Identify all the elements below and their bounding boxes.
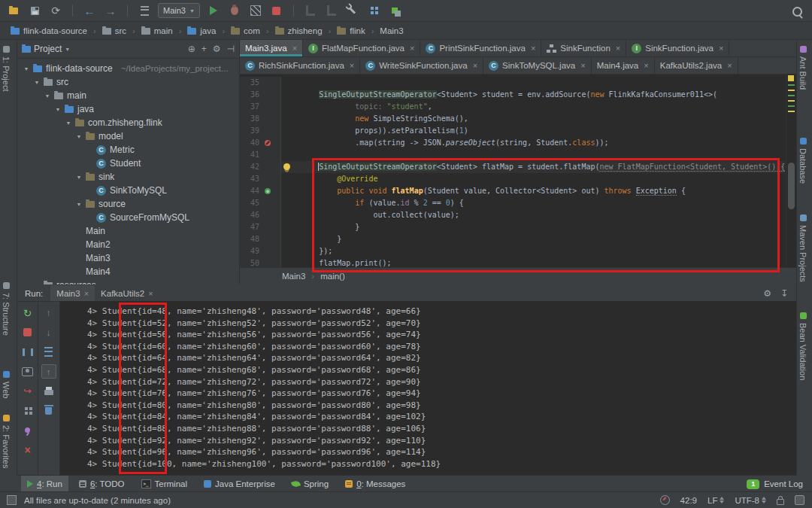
collapse-all-button[interactable]: + <box>201 44 207 54</box>
tree-item-Main[interactable]: CMain <box>17 224 239 238</box>
settings-wrench-button[interactable] <box>345 3 360 18</box>
run-settings-button[interactable]: ⚙ <box>763 288 771 299</box>
breadcrumb-item-zhisheng[interactable]: zhisheng <box>272 26 326 35</box>
caret-position[interactable]: 42:9 <box>680 496 697 505</box>
tree-item-Main3[interactable]: CMain3 <box>17 251 239 265</box>
tree-item-Main2[interactable]: CMain2 <box>17 238 239 251</box>
run-config-combo[interactable]: C Main3 ▼ <box>158 3 200 18</box>
tab-close-icon[interactable]: × <box>719 44 723 53</box>
expand-arrow-icon[interactable]: ▼ <box>76 175 82 180</box>
editor-tab-WriteSinkFunction.java[interactable]: CWriteSinkFunction.java× <box>360 57 483 74</box>
code-viewport[interactable]: 3536 SingleOutputStreamOperator<Student>… <box>240 74 797 268</box>
chevron-down-icon[interactable]: ▼ <box>65 47 70 52</box>
breadcrumb-item-main[interactable]: main <box>138 26 176 35</box>
locate-file-button[interactable]: ⊕ <box>188 44 195 54</box>
code-line-38[interactable]: 38 new SimpleStringSchema(), <box>240 113 797 125</box>
expand-arrow-icon[interactable]: ▼ <box>55 107 61 112</box>
tree-item-source[interactable]: ▼source <box>17 197 239 211</box>
unlock-icon[interactable] <box>777 499 784 505</box>
scroll-to-end-button[interactable]: ↑ <box>41 364 56 379</box>
code-line-37[interactable]: 37 topic: "student", <box>240 101 797 113</box>
tree-item-Metric[interactable]: CMetric <box>17 143 239 157</box>
tree-item-main[interactable]: ▼main <box>17 89 239 102</box>
editor-tab-KafkaUtils2.java[interactable]: CKafkaUtils2.java× <box>655 57 738 74</box>
breadcrumb-item-flink-data-source[interactable]: flink-data-source <box>8 26 90 35</box>
code-line-44[interactable]: 44o public void flatMap(Student value, C… <box>240 185 797 197</box>
breadcrumb-item-com[interactable]: com <box>228 26 263 35</box>
close-run-button[interactable]: × <box>20 443 35 457</box>
console-history-button[interactable] <box>41 345 56 359</box>
line-ending-select[interactable]: LF <box>707 496 724 505</box>
toolwindow-button-todo[interactable]: 6: TODO <box>73 476 131 492</box>
tab-close-icon[interactable]: × <box>727 61 732 70</box>
clear-console-button[interactable] <box>41 403 56 418</box>
toolwindow-button-run[interactable]: 4: Run <box>21 476 68 492</box>
run-tab-Main3[interactable]: CMain3× <box>50 285 95 301</box>
expand-arrow-icon[interactable]: ▼ <box>76 202 82 207</box>
tree-item-resources[interactable]: ▼resources <box>17 278 239 284</box>
tab-close-icon[interactable]: × <box>350 61 354 70</box>
intention-bulb-icon[interactable] <box>283 163 290 170</box>
editor-tab-SinkFunction.java[interactable]: ISinkFunction.java× <box>626 40 729 56</box>
next-trace-button[interactable]: ↓ <box>41 325 56 339</box>
project-structure-button[interactable] <box>366 3 381 18</box>
dump-threads-button[interactable] <box>20 364 35 379</box>
tab-close-icon[interactable]: × <box>84 289 89 298</box>
expand-arrow-icon[interactable]: ▼ <box>44 93 50 99</box>
tab-close-icon[interactable]: × <box>410 44 414 53</box>
hide-panel-button[interactable]: ⊣ <box>227 44 235 54</box>
tree-item-src[interactable]: ▼src <box>17 75 239 89</box>
pause-output-button[interactable] <box>20 345 35 359</box>
encoding-select[interactable]: UTF-8 <box>735 496 766 505</box>
editor-tab-SinkToMySQL.java[interactable]: CSinkToMySQL.java× <box>483 57 592 74</box>
restore-layout-button[interactable] <box>20 403 35 418</box>
plugins-button[interactable] <box>387 3 402 18</box>
tool-stripe-button-7-structure[interactable]: 7: Structure <box>2 282 11 336</box>
expand-arrow-icon[interactable]: ▼ <box>34 283 40 285</box>
rerun-button[interactable]: ↻ <box>20 306 35 320</box>
breadcrumb-item-flink[interactable]: flink <box>334 26 368 35</box>
breadcrumb-item-java[interactable]: java <box>184 26 219 35</box>
toolwindow-button-spring[interactable]: Spring <box>286 476 335 492</box>
editor-tab-Main4.java[interactable]: CMain4.java× <box>592 57 655 74</box>
tree-item-Main4[interactable]: CMain4 <box>17 265 239 278</box>
dock-panel-button[interactable]: ↧ <box>780 288 788 299</box>
prev-trace-button[interactable]: ↑ <box>41 306 56 320</box>
tree-item-SinkToMySQL[interactable]: CSinkToMySQL <box>17 184 239 197</box>
search-everywhere-button[interactable] <box>789 4 804 19</box>
code-line-49[interactable]: 49 }); <box>240 245 797 257</box>
event-log-button[interactable]: 1 Event Log <box>747 479 803 489</box>
editor-tab-PrintSinkFunction.java[interactable]: CPrintSinkFunction.java× <box>420 40 541 56</box>
run-configurations-button[interactable] <box>137 3 152 18</box>
project-panel-title[interactable]: Project <box>34 44 62 54</box>
editor-tab-FlatMapFunction.java[interactable]: IFlatMapFunction.java× <box>303 40 420 56</box>
code-line-41[interactable]: 41 <box>240 149 797 161</box>
tab-close-icon[interactable]: × <box>148 289 153 298</box>
code-line-48[interactable]: 48 } <box>240 233 797 245</box>
code-line-35[interactable]: 35 <box>240 77 797 89</box>
breadcrumb-class[interactable]: Main3 <box>282 272 305 281</box>
tab-close-icon[interactable]: × <box>644 61 648 70</box>
tool-stripe-button-web[interactable]: Web <box>2 371 11 398</box>
stop-process-button[interactable] <box>20 325 35 339</box>
breadcrumb-item-Main3[interactable]: CMain3 <box>377 26 406 35</box>
code-line-46[interactable]: 46 out.collect(value); <box>240 209 797 221</box>
run-button[interactable] <box>206 3 221 18</box>
tool-stripe-button-1-project[interactable]: 1: Project <box>2 46 11 91</box>
editor-tab-RichSinkFunction.java[interactable]: CRichSinkFunction.java× <box>240 57 360 74</box>
code-line-42[interactable]: 42 SingleOutputStreamOperator<Student> f… <box>240 161 797 173</box>
tree-item-SourceFromMySQL[interactable]: CSourceFromMySQL <box>17 211 239 224</box>
override-marker-icon[interactable]: o <box>265 188 271 194</box>
tab-close-icon[interactable]: × <box>531 44 535 53</box>
tool-stripe-button-bean-validation[interactable]: Bean Validation <box>798 312 807 380</box>
expand-arrow-icon[interactable]: ▼ <box>34 80 40 85</box>
tab-close-icon[interactable]: × <box>580 61 585 70</box>
console-output[interactable]: 4> Student{id=48, name='zhisheng48', pas… <box>59 301 797 476</box>
forward-button[interactable]: → <box>103 3 118 18</box>
editor-scrollbar-thumb[interactable] <box>788 163 795 209</box>
print-console-button[interactable] <box>41 384 56 398</box>
toolwindow-button-java-enterprise[interactable]: Java Enterprise <box>198 476 281 492</box>
back-button[interactable]: ← <box>82 3 97 18</box>
tree-item-flink-data-source[interactable]: ▼flink-data-source~/IdeaProjects/my_proj… <box>17 62 239 75</box>
code-line-36[interactable]: 36 SingleOutputStreamOperator<Student> s… <box>240 89 797 101</box>
